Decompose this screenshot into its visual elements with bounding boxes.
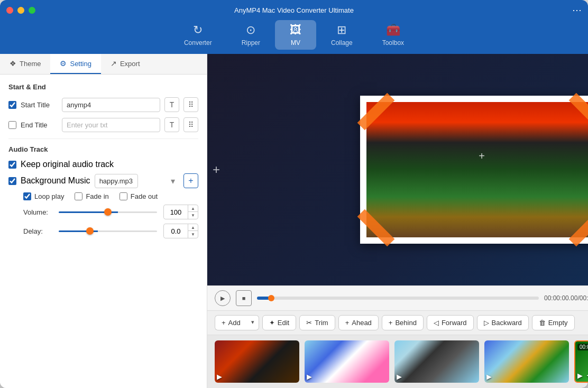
traffic-lights	[6, 7, 35, 14]
volume-up-arrow[interactable]: ▲	[188, 205, 198, 212]
delay-slider[interactable]	[59, 230, 157, 232]
start-end-title: Start & End	[8, 83, 198, 91]
ahead-button[interactable]: + Ahead	[338, 315, 379, 330]
start-title-label: Start Title	[21, 101, 58, 109]
video-content: +	[366, 102, 588, 237]
trim-label: Trim	[315, 319, 328, 327]
music-dropdown[interactable]: happy.mp3	[95, 174, 138, 188]
behind-label: Behind	[395, 319, 416, 327]
ahead-label: Ahead	[352, 319, 372, 327]
bottom-toolbar: + Add ▾ ✦ Edit ✂ Trim + Ahead	[207, 310, 588, 335]
volume-value[interactable]: 100	[164, 207, 188, 218]
end-title-grid-btn[interactable]: ⠿	[183, 117, 198, 132]
tab-theme-label: Theme	[20, 60, 41, 68]
start-title-grid-btn[interactable]: ⠿	[183, 97, 198, 112]
nav-ripper[interactable]: ⊙ Ripper	[227, 20, 275, 50]
ahead-icon: +	[345, 319, 350, 327]
add-clip-icon[interactable]: +	[213, 162, 220, 177]
time-display: 00:00:00.00/00:00:25.00	[544, 294, 588, 302]
setting-tab-icon: ⚙	[60, 59, 67, 68]
menu-icon[interactable]: ⋯	[572, 4, 582, 16]
thumb-inner-1: ▶	[215, 340, 299, 383]
keep-original-row: Keep original audio track	[8, 160, 198, 169]
start-title-input[interactable]	[62, 98, 160, 112]
video-frame: +	[360, 96, 588, 244]
volume-slider[interactable]	[59, 211, 157, 213]
progress-bar[interactable]	[257, 297, 539, 300]
fade-out-checkbox[interactable]	[120, 192, 127, 200]
start-title-row: Start Title T ⠿	[8, 97, 198, 112]
add-music-btn[interactable]: +	[183, 173, 198, 188]
music-dropdown-wrapper: happy.mp3	[95, 174, 179, 188]
app-window: AnyMP4 Mac Video Converter Ultimate ⋯ ↻ …	[0, 0, 588, 388]
tab-theme[interactable]: ❖ Theme	[0, 54, 50, 74]
delay-value[interactable]: 0.0	[164, 226, 188, 237]
stop-button[interactable]: ■	[236, 290, 252, 306]
volume-value-wrapper: 100 ▲ ▼	[163, 205, 198, 219]
nav-converter[interactable]: ↻ Converter	[169, 20, 227, 50]
loop-play-checkbox[interactable]	[23, 192, 31, 200]
thumb-inner-3: ▶	[394, 340, 479, 383]
content-area: ❖ Theme ⚙ Setting ↗ Export Start & End	[0, 54, 588, 388]
stop-icon: ■	[242, 295, 246, 301]
delay-up-arrow[interactable]: ▲	[188, 224, 198, 231]
film-thumb-5[interactable]: 00:00:05 ✕ ▶ ✦ ⏱	[574, 340, 588, 383]
backward-button[interactable]: ▷ Backward	[477, 315, 529, 330]
empty-label: Empty	[548, 319, 568, 327]
nav-toolbox[interactable]: 🧰 Toolbox	[368, 20, 419, 50]
fade-in-checkbox[interactable]	[75, 192, 82, 200]
film-thumb-4[interactable]: ▶	[484, 340, 569, 383]
end-title-checkbox[interactable]	[8, 121, 16, 129]
nav-mv-label: MV	[291, 39, 300, 47]
thumb-overlay-1: ▶	[217, 373, 222, 381]
backward-icon: ▷	[484, 319, 489, 327]
volume-row: Volume: 100 ▲ ▼	[8, 205, 198, 219]
start-title-font-btn[interactable]: T	[164, 97, 179, 112]
fade-out-item: Fade out	[120, 192, 158, 200]
progress-handle[interactable]	[268, 295, 274, 301]
behind-icon: +	[389, 319, 393, 327]
thumb-overlay-5: ▶ ✦ ⏱	[577, 372, 588, 380]
forward-button[interactable]: ◁ Forward	[427, 315, 474, 330]
film-thumb-1[interactable]: ▶	[215, 340, 299, 383]
end-title-font-btn[interactable]: T	[164, 117, 179, 132]
volume-down-arrow[interactable]: ▼	[188, 212, 198, 219]
toolbox-icon: 🧰	[386, 23, 400, 37]
settings-content: Start & End Start Title T ⠿ End Title T …	[0, 75, 207, 388]
navbar: ↻ Converter ⊙ Ripper 🖼 MV ⊞ Collage 🧰 To…	[0, 20, 588, 54]
close-button[interactable]	[6, 7, 13, 14]
maximize-button[interactable]	[29, 7, 35, 14]
nav-collage[interactable]: ⊞ Collage	[316, 20, 368, 50]
empty-button[interactable]: 🗑 Empty	[532, 315, 575, 330]
nav-mv[interactable]: 🖼 MV	[275, 20, 316, 50]
play-icon: ▶	[221, 295, 225, 302]
trim-button[interactable]: ✂ Trim	[299, 315, 335, 330]
minimize-button[interactable]	[17, 7, 24, 14]
add-button[interactable]: + Add	[215, 315, 247, 330]
edit-icon: ✦	[269, 319, 275, 327]
export-tab-icon: ↗	[111, 59, 117, 68]
fade-in-label: Fade in	[86, 192, 108, 200]
keep-original-checkbox[interactable]	[8, 161, 16, 169]
film-thumb-3[interactable]: ▶	[394, 340, 479, 383]
thumb-overlay-3: ▶	[397, 373, 402, 381]
nav-toolbox-label: Toolbox	[382, 39, 404, 47]
thumb-play-2: ▶	[307, 373, 312, 381]
thumb-time-5: 00:00:05	[577, 344, 588, 350]
delay-down-arrow[interactable]: ▼	[188, 231, 198, 238]
tab-setting[interactable]: ⚙ Setting	[50, 54, 100, 74]
audio-track-title: Audio Track	[8, 145, 198, 153]
start-title-checkbox[interactable]	[8, 101, 16, 109]
edit-button[interactable]: ✦ Edit	[262, 315, 296, 330]
add-dropdown[interactable]: ▾	[247, 315, 259, 330]
tab-export[interactable]: ↗ Export	[101, 54, 150, 74]
tab-setting-label: Setting	[70, 60, 91, 68]
add-icon: +	[222, 319, 226, 327]
loop-play-label: Loop play	[34, 192, 64, 200]
behind-button[interactable]: + Behind	[382, 315, 424, 330]
film-thumb-2[interactable]: ▶	[305, 340, 389, 383]
window-title: AnyMP4 Mac Video Converter Ultimate	[234, 6, 354, 14]
play-button[interactable]: ▶	[215, 290, 231, 306]
end-title-input[interactable]	[62, 118, 160, 132]
background-music-checkbox[interactable]	[8, 177, 16, 185]
